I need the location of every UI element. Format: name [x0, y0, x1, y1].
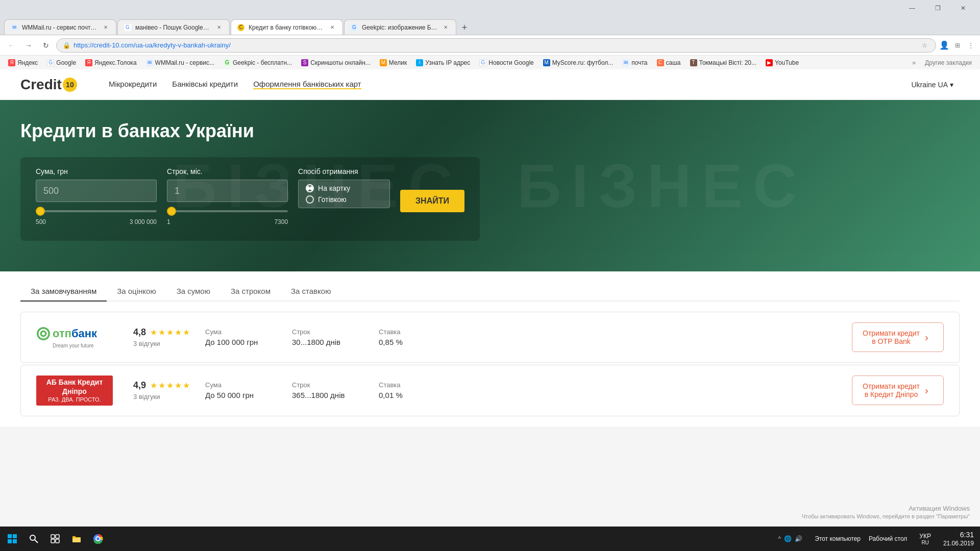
term-input[interactable]	[167, 180, 288, 202]
bookmark-label: WMMail.ru - сервис...	[155, 59, 214, 66]
sort-tab-rating[interactable]: За оцінкою	[107, 282, 166, 302]
browser-tab[interactable]: ✉ WMMail.ru - сервис почтовых... ✕	[4, 19, 116, 35]
bookmark-melik[interactable]: М Мелик	[376, 58, 411, 67]
tab-close-icon[interactable]: ✕	[215, 23, 223, 32]
reload-button[interactable]: ↻	[39, 38, 53, 53]
svg-rect-11	[51, 539, 55, 543]
tab-close-icon[interactable]: ✕	[328, 23, 336, 32]
bookmark-google-news[interactable]: G Новости Google	[475, 58, 537, 67]
taskbar-time: 6:31	[960, 531, 974, 539]
bookmark-geekpic[interactable]: G Geekpic - бесплатн...	[219, 58, 296, 67]
otp-green-text: отп	[53, 327, 71, 340]
forward-button[interactable]: →	[21, 38, 36, 53]
amount-range-thumb[interactable]	[36, 207, 45, 216]
bookmark-yandex[interactable]: Я Яндекс	[4, 58, 42, 67]
svg-rect-9	[51, 535, 55, 538]
otp-get-credit-button[interactable]: Отримати кредит в OTP Bank ›	[852, 322, 944, 352]
task-view-button[interactable]	[45, 529, 65, 549]
bookmark-sasha[interactable]: C саша	[653, 58, 685, 67]
star-3: ★	[166, 328, 174, 337]
otp-stars: ★ ★ ★ ★ ★	[150, 328, 190, 337]
lang-code: УКР	[919, 533, 931, 540]
bookmark-toloka[interactable]: Я Яндекс.Толока	[81, 58, 141, 67]
svg-rect-13	[72, 538, 81, 542]
taskbar-language[interactable]: УКР RU	[915, 533, 935, 545]
dnipro-stars: ★ ★ ★ ★ ★	[150, 381, 190, 390]
start-button[interactable]	[2, 529, 22, 549]
sort-tab-amount[interactable]: За сумою	[166, 282, 220, 302]
taskbar-clock: 6:31 21.06.2019	[939, 531, 978, 547]
close-button[interactable]: ✕	[951, 0, 975, 16]
new-tab-button[interactable]: +	[457, 20, 472, 35]
dnipro-term-value: 365...1800 днів	[292, 391, 363, 399]
bookmark-star-icon[interactable]: ☆	[919, 40, 929, 51]
radio-cash[interactable]: Готівкою	[306, 195, 382, 204]
bookmark-mail[interactable]: ✉ почта	[618, 58, 651, 67]
bookmark-google[interactable]: G Google	[43, 58, 80, 67]
tab-close-icon[interactable]: ✕	[102, 23, 110, 32]
bookmark-favicon: М	[380, 59, 387, 66]
otp-logo-container: отпбанк	[36, 327, 118, 341]
volume-icon[interactable]: 🔊	[795, 535, 802, 542]
bookmark-myscore[interactable]: M MyScore.ru: футбол...	[539, 58, 618, 67]
search-button[interactable]: ЗНАЙТИ	[400, 190, 464, 212]
sort-tab-rate[interactable]: За ставкою	[281, 282, 341, 302]
term-range-track	[167, 210, 288, 212]
nav-bank-credits[interactable]: Банківські кредити	[172, 80, 238, 89]
nav-bank-cards[interactable]: Оформлення банківських карт	[253, 80, 361, 89]
radio-card[interactable]: На картку	[306, 184, 382, 192]
extensions-icon[interactable]: ⊞	[952, 40, 963, 51]
site-header: Credit 10 Мікрокредити Банківські кредит…	[0, 69, 980, 100]
menu-icon[interactable]: ⋮	[966, 40, 976, 51]
term-group: Строк, міс. 1 7300	[167, 167, 288, 226]
network-icon[interactable]: 🌐	[784, 535, 792, 542]
tab-favicon: ✉	[11, 24, 18, 31]
browser-tab-active[interactable]: C Кредит в банку готівкою або... ✕	[231, 19, 343, 35]
otp-term-label: Строк	[292, 328, 363, 336]
tray-arrow[interactable]: ^	[778, 535, 781, 542]
file-explorer-button[interactable]	[66, 529, 87, 549]
credit-card-dnipro: АБ Банк Кредит Дніпро РАЗ. ДВА. ПРОСТО. …	[20, 365, 960, 416]
otp-btn-line1: Отримати кредит	[863, 329, 920, 337]
title-bar: — ❐ ✕	[0, 0, 980, 16]
amount-input[interactable]	[36, 180, 157, 202]
tab-close-icon[interactable]: ✕	[442, 23, 450, 32]
address-bar[interactable]: 🔒 https://credit-10.com/ua-ua/kredyty-v-…	[56, 38, 936, 53]
minimize-button[interactable]: —	[900, 0, 924, 16]
radio-dot	[307, 186, 310, 190]
sort-tab-default[interactable]: За замовчуванням	[20, 282, 107, 302]
browser-tab[interactable]: G манівео - Пошук Google.png - ... ✕	[117, 19, 230, 35]
bookmark-youtube[interactable]: ▶ YouTube	[762, 58, 803, 67]
bookmark-screenshots[interactable]: S Скриншоты онлайн...	[297, 58, 375, 67]
receive-label: Спосіб отримання	[298, 167, 390, 176]
other-bookmarks[interactable]: Другие закладки	[921, 59, 976, 66]
dnipro-get-credit-button[interactable]: Отримати кредит в Кредит Дніпро ›	[852, 375, 944, 405]
otp-tagline: Dream your future	[53, 343, 118, 348]
bookmark-ip[interactable]: i Узнать IP адрес	[412, 58, 474, 67]
language-selector[interactable]: Ukraine UA ▾	[905, 78, 960, 92]
otp-rate-label: Ставка	[379, 328, 450, 336]
nav-microcredits[interactable]: Мікрокредити	[109, 80, 157, 89]
amount-min-label: 500	[36, 218, 46, 226]
maximize-button[interactable]: ❐	[926, 0, 949, 16]
svg-point-7	[30, 535, 35, 540]
term-max-label: 7300	[274, 218, 288, 226]
site-nav: Мікрокредити Банківські кредити Оформлен…	[109, 80, 905, 89]
profile-icon[interactable]: 👤	[939, 40, 949, 51]
dnipro-rating-value: 4,9	[133, 380, 146, 391]
tab-favicon: C	[237, 24, 244, 31]
chrome-taskbar-button[interactable]	[88, 529, 108, 549]
radio-cash-circle	[306, 195, 314, 204]
back-button[interactable]: ←	[4, 38, 18, 53]
credit-card-otp: отпбанк Dream your future 4,8 ★ ★ ★ ★ ★	[20, 312, 960, 363]
site-logo[interactable]: Credit 10	[20, 77, 78, 93]
sort-tab-term[interactable]: За строком	[220, 282, 281, 302]
tab-title: WMMail.ru - сервис почтовых...	[22, 24, 97, 31]
term-range-thumb[interactable]	[167, 207, 176, 216]
bookmarks-more[interactable]: »	[908, 59, 920, 66]
browser-tab[interactable]: G Geekpic: изображение Безымя... ✕	[344, 19, 456, 35]
bookmark-wmmail[interactable]: ✉ WMMail.ru - сервис...	[142, 58, 218, 67]
bookmark-tokmak[interactable]: T Токмацькі Вісті: 20...	[686, 58, 761, 67]
bookmark-label: Новости Google	[488, 59, 533, 66]
search-taskbar-button[interactable]	[23, 529, 44, 549]
